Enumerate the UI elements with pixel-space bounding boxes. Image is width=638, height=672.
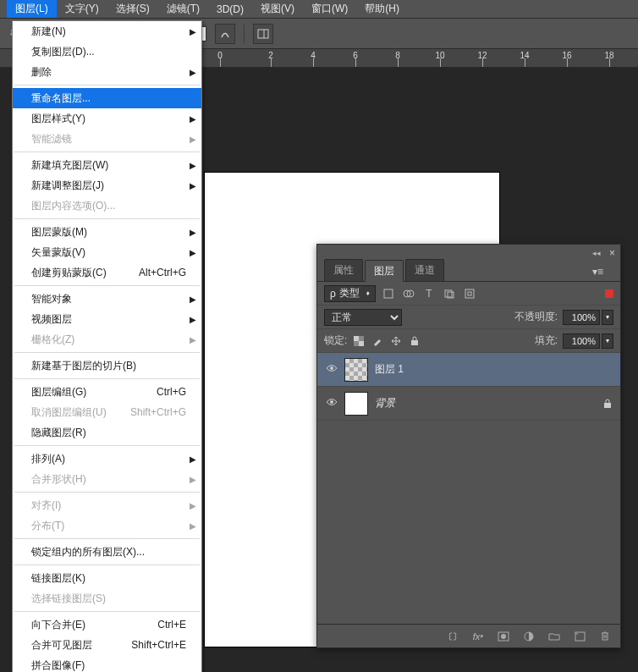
lock-position-icon[interactable] [389,334,403,348]
close-icon[interactable]: × [609,247,615,259]
menu-item[interactable]: 锁定组内的所有图层(X)... [13,542,201,562]
menu-item[interactable]: 视频图层▶ [13,309,201,329]
ruler-tick [482,58,483,67]
menu-item[interactable]: 删除▶ [13,62,201,82]
layer-row[interactable]: 图层 1 [317,353,620,387]
filter-toggle-icon[interactable] [605,289,613,298]
menu-item[interactable]: 排列(A)▶ [13,449,201,469]
menu-item[interactable]: 重命名图层... [13,88,201,108]
layer-thumbnail[interactable] [344,392,368,416]
layer-thumbnail[interactable] [344,358,368,382]
opacity-field[interactable]: 100%▾ [563,310,613,325]
menu-item-label: 图层内容选项(O)... [31,199,115,213]
panel-menu-icon[interactable]: ▾≡ [584,262,612,281]
menu-separator [14,151,200,152]
menu-window[interactable]: 窗口(W) [303,0,356,18]
menu-separator [14,352,200,353]
filter-pixel-icon[interactable] [381,286,396,301]
svg-point-13 [330,366,333,370]
menu-item-label: 图层蒙版(M) [31,225,87,240]
menu-item[interactable]: 图层样式(Y)▶ [13,108,201,129]
menu-type[interactable]: 文字(Y) [57,0,107,18]
filter-smart-icon[interactable] [462,286,477,301]
menu-item[interactable]: 图层编组(G)Ctrl+G [13,382,201,402]
blend-mode-select[interactable]: 正常 [324,309,402,326]
svg-point-14 [330,400,333,404]
tab-channels[interactable]: 通道 [405,259,444,281]
visibility-icon[interactable] [326,398,338,410]
menu-view[interactable]: 视图(V) [252,0,303,18]
filter-type-icon[interactable]: T [421,286,437,301]
link-layers-icon[interactable] [446,630,459,643]
layer-name[interactable]: 图层 1 [375,362,404,377]
menu-item-label: 链接图层(K) [31,571,85,586]
svg-rect-2 [384,289,393,298]
menu-item[interactable]: 新建(N)▶ [13,21,201,41]
menu-filter[interactable]: 滤镜(T) [158,0,208,18]
adjustment-layer-icon[interactable] [522,630,536,643]
lock-paint-icon[interactable] [371,334,384,348]
submenu-arrow-icon: ▶ [190,68,196,77]
menu-select[interactable]: 选择(S) [107,0,158,18]
menu-item: 栅格化(Z)▶ [13,329,201,350]
menu-item-label: 选择链接图层(S) [31,592,106,606]
menu-help[interactable]: 帮助(H) [356,0,408,18]
filter-adjust-icon[interactable] [401,286,416,301]
menu-item-label: 隐藏图层(R) [31,426,86,440]
menu-item-label: 新建基于图层的切片(B) [31,359,136,373]
panel-toggle-button[interactable] [253,24,273,44]
ruler-tick [567,58,568,67]
menu-item-label: 智能对象 [31,292,72,306]
menu-item-label: 排列(A) [31,452,65,466]
lock-transparent-icon[interactable] [352,334,366,348]
menu-item[interactable]: 拼合图像(F) [13,655,201,672]
menu-separator [14,445,200,446]
menu-item: 智能滤镜▶ [13,129,201,149]
layer-list: 图层 1背景 [317,353,620,421]
menu-item-label: 智能滤镜 [31,132,72,146]
menu-item[interactable]: 新建填充图层(W)▶ [13,155,201,175]
fill-field[interactable]: 100%▾ [563,333,613,349]
menu-item: 分布(T)▶ [13,515,201,536]
menu-item[interactable]: 隐藏图层(R) [13,422,201,443]
group-icon[interactable] [547,630,561,643]
menu-item[interactable]: 合并可见图层Shift+Ctrl+E [13,635,201,655]
menu-shortcut: Alt+Ctrl+G [139,267,186,278]
new-layer-icon[interactable] [573,630,586,643]
menu-item[interactable]: 新建基于图层的切片(B) [13,355,201,376]
layer-fx-icon[interactable]: fx▾ [471,630,485,643]
menu-item[interactable]: 矢量蒙版(V)▶ [13,242,201,262]
svg-rect-10 [354,336,359,341]
menu-item[interactable]: 图层蒙版(M)▶ [13,222,201,242]
layer-name[interactable]: 背景 [375,396,395,410]
warp-text-button[interactable] [215,24,235,44]
lock-all-icon[interactable] [408,334,421,348]
layer-row[interactable]: 背景 [317,387,620,421]
filter-shape-icon[interactable] [442,286,457,301]
submenu-arrow-icon: ▶ [190,295,196,304]
menu-separator [14,85,200,85]
submenu-arrow-icon: ▶ [190,501,196,510]
tab-properties[interactable]: 属性 [324,259,363,281]
menu-item-label: 分布(T) [31,519,64,533]
menu-layer[interactable]: 图层(L) [7,0,57,18]
delete-layer-icon[interactable] [598,630,612,643]
layer-mask-icon[interactable] [497,630,510,643]
submenu-arrow-icon: ▶ [190,315,196,324]
menu-3d[interactable]: 3D(D) [208,2,252,17]
menu-separator [14,538,200,539]
visibility-icon[interactable] [326,364,338,376]
menu-shortcut: Shift+Ctrl+E [131,639,186,651]
menu-item[interactable]: 复制图层(D)... [13,41,201,62]
collapse-icon[interactable]: ◂◂ [592,249,601,257]
menu-item[interactable]: 智能对象▶ [13,289,201,309]
ruler-tick [271,58,272,67]
menu-item[interactable]: 创建剪贴蒙版(C)Alt+Ctrl+G [13,262,201,283]
menu-item[interactable]: 向下合并(E)Ctrl+E [13,614,201,635]
menu-item-label: 删除 [31,65,52,80]
filter-kind-select[interactable]: ρ 类型 ♦ [324,285,376,302]
tab-layers[interactable]: 图层 [365,260,404,282]
menu-item[interactable]: 新建调整图层(J)▶ [13,175,201,196]
menu-item[interactable]: 链接图层(K) [13,568,201,588]
submenu-arrow-icon: ▶ [190,335,196,344]
